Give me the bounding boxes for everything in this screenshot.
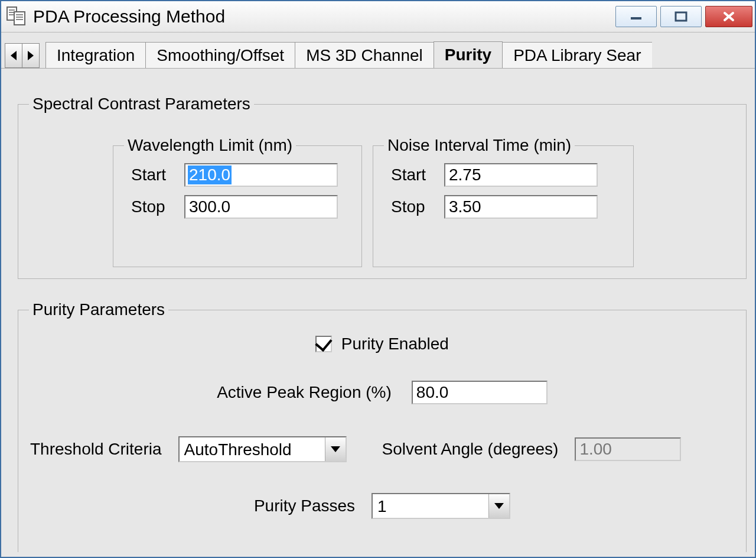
threshold-criteria-label: Threshold Criteria (30, 440, 162, 459)
tab-scroll-right[interactable] (22, 44, 39, 67)
tab-scroll (5, 43, 40, 68)
active-peak-region-label: Active Peak Region (%) (217, 383, 392, 402)
active-peak-region-input[interactable] (412, 381, 548, 404)
wavelength-stop-label: Stop (131, 197, 184, 216)
svg-rect-4 (14, 12, 25, 25)
chevron-left-icon (11, 51, 17, 60)
purity-passes-label: Purity Passes (254, 497, 355, 515)
group-noise-interval: Noise Interval Time (min) Start Stop (373, 136, 634, 267)
tab-ms-3d-channel[interactable]: MS 3D Channel (295, 42, 434, 69)
purity-enabled-label: Purity Enabled (341, 335, 449, 353)
purity-enabled-checkbox[interactable] (315, 336, 332, 352)
noise-start-input[interactable] (444, 163, 598, 187)
wavelength-start-label: Start (131, 166, 184, 184)
minimize-icon (627, 12, 645, 21)
tab-scroll-left[interactable] (5, 44, 22, 67)
chevron-down-icon (331, 446, 340, 452)
group-purity-parameters: Purity Parameters Purity Enabled Active … (18, 300, 747, 552)
group-purity-parameters-label: Purity Parameters (29, 300, 168, 319)
chevron-down-icon (494, 503, 504, 509)
group-wavelength-limit-label: Wavelength Limit (nm) (124, 136, 296, 155)
purity-passes-combo[interactable]: 1 (372, 493, 510, 519)
purity-passes-value: 1 (373, 494, 488, 518)
noise-start-label: Start (391, 166, 444, 184)
window-buttons (615, 6, 752, 27)
group-spectral-contrast-label: Spectral Contrast Parameters (29, 95, 254, 113)
window: PDA Processing Method Integration Smooth… (0, 0, 756, 558)
threshold-criteria-combo[interactable]: AutoThreshold (178, 436, 347, 462)
svg-rect-9 (676, 12, 686, 21)
svg-rect-8 (631, 17, 641, 20)
threshold-criteria-dropdown-button[interactable] (325, 437, 346, 461)
noise-stop-input[interactable] (444, 195, 598, 219)
tab-content-purity: Spectral Contrast Parameters Wavelength … (6, 70, 750, 552)
purity-passes-dropdown-button[interactable] (488, 494, 509, 518)
titlebar: PDA Processing Method (1, 1, 755, 33)
tab-pda-library-search[interactable]: PDA Library Sear (502, 42, 651, 69)
solvent-angle-input (575, 437, 681, 461)
group-noise-interval-label: Noise Interval Time (min) (384, 136, 575, 155)
close-icon (720, 11, 738, 22)
tab-integration[interactable]: Integration (45, 42, 146, 69)
close-button[interactable] (705, 6, 752, 27)
group-spectral-contrast: Spectral Contrast Parameters Wavelength … (18, 95, 747, 279)
wavelength-start-input[interactable] (184, 163, 338, 187)
group-wavelength-limit: Wavelength Limit (nm) Start 210.0 Stop (113, 136, 362, 267)
maximize-button[interactable] (660, 6, 702, 27)
maximize-icon (672, 11, 690, 22)
noise-stop-label: Stop (391, 197, 444, 216)
tab-smoothing-offset[interactable]: Smoothing/Offset (145, 42, 295, 69)
minimize-button[interactable] (615, 6, 657, 27)
chevron-right-icon (28, 51, 34, 60)
tab-strip: Integration Smoothing/Offset MS 3D Chann… (1, 33, 755, 69)
window-title: PDA Processing Method (33, 7, 615, 27)
tab-purity[interactable]: Purity (434, 41, 503, 69)
app-icon (6, 6, 27, 27)
solvent-angle-label: Solvent Angle (degrees) (382, 440, 559, 459)
threshold-criteria-value: AutoThreshold (180, 437, 325, 461)
wavelength-stop-input[interactable] (184, 195, 338, 219)
